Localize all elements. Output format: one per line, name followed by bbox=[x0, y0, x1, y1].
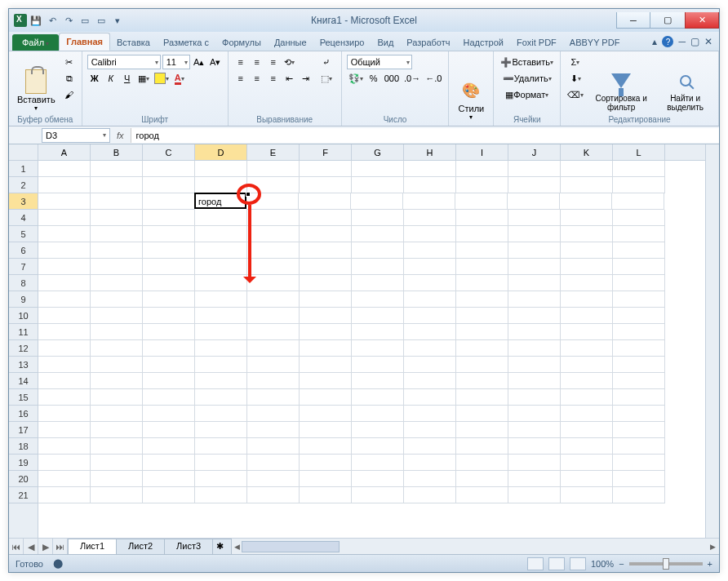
row-header[interactable]: 9 bbox=[9, 291, 38, 308]
underline-button[interactable]: Ч bbox=[120, 71, 135, 86]
cell[interactable] bbox=[247, 357, 300, 373]
cell[interactable] bbox=[456, 242, 508, 259]
undo-icon[interactable]: ↶ bbox=[45, 13, 60, 28]
cell[interactable] bbox=[561, 471, 613, 487]
cell[interactable] bbox=[143, 471, 195, 487]
cell[interactable] bbox=[38, 210, 91, 226]
cell[interactable] bbox=[143, 259, 195, 275]
cell[interactable] bbox=[613, 308, 665, 324]
cell[interactable] bbox=[195, 340, 247, 357]
cell[interactable] bbox=[143, 389, 195, 406]
vertical-scrollbar[interactable] bbox=[705, 144, 719, 538]
cut-icon[interactable]: ✂ bbox=[62, 55, 77, 69]
cell[interactable] bbox=[143, 406, 195, 422]
row-header[interactable]: 6 bbox=[9, 242, 38, 259]
cell[interactable] bbox=[38, 324, 91, 340]
cell[interactable] bbox=[613, 455, 665, 471]
cell[interactable] bbox=[91, 161, 143, 177]
row-header[interactable]: 20 bbox=[9, 471, 38, 487]
row-header[interactable]: 19 bbox=[9, 455, 38, 471]
cell[interactable] bbox=[352, 389, 404, 406]
row-header[interactable]: 3 bbox=[9, 193, 38, 210]
cell[interactable] bbox=[38, 242, 91, 259]
row-header[interactable]: 14 bbox=[9, 373, 38, 389]
format-painter-icon[interactable]: 🖌 bbox=[62, 87, 77, 102]
cell[interactable] bbox=[613, 340, 665, 357]
cell[interactable] bbox=[561, 389, 613, 406]
cell[interactable] bbox=[508, 259, 561, 275]
cell[interactable] bbox=[143, 275, 195, 291]
delete-cells-button[interactable]: ➖ Удалить bbox=[499, 71, 555, 86]
formula-input[interactable]: город bbox=[131, 128, 719, 143]
cell[interactable] bbox=[91, 455, 143, 471]
tab-abbyy[interactable]: ABBYY PDF bbox=[563, 34, 627, 51]
cell[interactable] bbox=[508, 389, 561, 406]
cell[interactable] bbox=[352, 324, 404, 340]
cell[interactable] bbox=[247, 308, 300, 324]
cell[interactable] bbox=[508, 455, 561, 471]
cell[interactable] bbox=[247, 340, 300, 357]
cell[interactable] bbox=[404, 373, 456, 389]
cell[interactable] bbox=[351, 193, 403, 210]
cell[interactable] bbox=[404, 210, 456, 226]
cell[interactable] bbox=[508, 226, 561, 242]
cell[interactable] bbox=[38, 357, 91, 373]
cell[interactable] bbox=[38, 438, 91, 455]
cell[interactable] bbox=[91, 226, 143, 242]
cell[interactable] bbox=[143, 340, 195, 357]
cell[interactable] bbox=[613, 177, 665, 193]
cell[interactable] bbox=[247, 177, 300, 193]
tab-developer[interactable]: Разработч bbox=[400, 34, 456, 51]
zoom-level[interactable]: 100% bbox=[591, 559, 614, 569]
cell[interactable] bbox=[247, 389, 300, 406]
cell[interactable] bbox=[195, 291, 247, 308]
cell[interactable] bbox=[91, 487, 143, 503]
cell[interactable] bbox=[91, 210, 143, 226]
cell[interactable] bbox=[143, 177, 195, 193]
cell[interactable] bbox=[300, 161, 352, 177]
page-break-view-icon[interactable] bbox=[570, 557, 586, 570]
cell[interactable] bbox=[91, 373, 143, 389]
percent-icon[interactable]: % bbox=[366, 71, 381, 86]
find-select-button[interactable]: Найти и выделить bbox=[657, 55, 713, 113]
cell[interactable] bbox=[613, 373, 665, 389]
cell[interactable] bbox=[300, 291, 352, 308]
column-header[interactable]: D bbox=[195, 144, 247, 160]
cell[interactable] bbox=[195, 389, 247, 406]
cell[interactable] bbox=[91, 193, 143, 210]
cell[interactable] bbox=[613, 406, 665, 422]
cell[interactable] bbox=[38, 389, 91, 406]
paste-button[interactable]: Вставить ▾ bbox=[14, 55, 59, 113]
row-header[interactable]: 1 bbox=[9, 161, 38, 177]
font-size-combo[interactable]: 11 bbox=[162, 55, 190, 69]
row-header[interactable]: 12 bbox=[9, 340, 38, 357]
cell[interactable] bbox=[352, 259, 404, 275]
borders-icon[interactable]: ▦ bbox=[136, 71, 151, 86]
cell[interactable] bbox=[195, 324, 247, 340]
cell[interactable] bbox=[561, 291, 613, 308]
cell[interactable] bbox=[195, 357, 247, 373]
cell[interactable] bbox=[300, 308, 352, 324]
cell[interactable] bbox=[247, 291, 300, 308]
cell[interactable] bbox=[508, 161, 561, 177]
cell[interactable] bbox=[613, 357, 665, 373]
format-cells-button[interactable]: ▦ Формат bbox=[499, 87, 555, 102]
cell[interactable] bbox=[247, 226, 300, 242]
row-header[interactable]: 17 bbox=[9, 422, 38, 438]
cell[interactable] bbox=[195, 487, 247, 503]
cell[interactable]: город bbox=[194, 193, 246, 209]
cell[interactable] bbox=[561, 487, 613, 503]
cell[interactable] bbox=[91, 275, 143, 291]
cell[interactable] bbox=[38, 308, 91, 324]
cell[interactable] bbox=[613, 487, 665, 503]
cell[interactable] bbox=[300, 487, 352, 503]
normal-view-icon[interactable] bbox=[527, 557, 544, 570]
cell[interactable] bbox=[247, 259, 300, 275]
column-header[interactable]: F bbox=[300, 144, 352, 160]
cell[interactable] bbox=[195, 455, 247, 471]
new-sheet-icon[interactable]: ✱ bbox=[212, 539, 232, 554]
cell[interactable] bbox=[352, 177, 404, 193]
cell[interactable] bbox=[352, 340, 404, 357]
redo-icon[interactable]: ↷ bbox=[61, 13, 76, 28]
file-tab[interactable]: Файл bbox=[12, 34, 59, 51]
